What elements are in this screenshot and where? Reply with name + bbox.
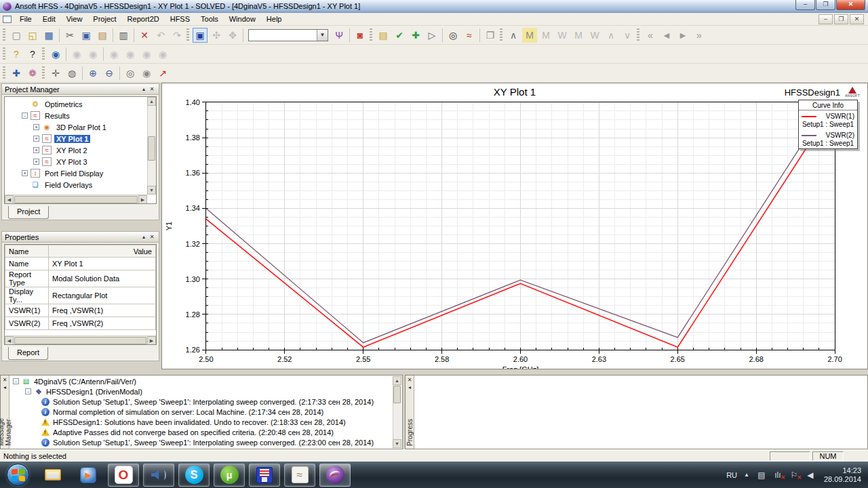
create-report-icon[interactable]: ≈ [462, 28, 477, 43]
menu-tools[interactable]: Tools [195, 14, 224, 24]
marker-up-icon[interactable]: ∧ [604, 28, 618, 43]
backup-tool-icon[interactable] [249, 464, 280, 487]
analyze-all-icon[interactable]: ✚ [408, 28, 423, 43]
hidden-icons-chevron[interactable]: ▲ [744, 472, 749, 478]
info-message[interactable]: iNormal completion of simulation on serv… [10, 407, 393, 417]
redo-icon[interactable]: ↷ [170, 28, 184, 43]
scroll-down-icon[interactable]: ▼ [147, 186, 156, 195]
tree-expander-icon[interactable]: - [22, 113, 28, 119]
next-page-icon[interactable]: ► [675, 28, 690, 43]
menu-window[interactable]: Window [224, 14, 261, 24]
new-icon[interactable]: ▢ [9, 28, 24, 43]
show-selection-icon[interactable]: ◉ [85, 47, 100, 62]
warning-message[interactable]: HFSSDesign1: Solutions have been invalid… [10, 417, 393, 427]
tree-expander-icon[interactable]: + [33, 136, 39, 142]
scroll-up-icon[interactable]: ▲ [393, 376, 401, 385]
properties-hscrollbar[interactable]: ◀ ▶ [5, 336, 156, 344]
tree-expander-icon[interactable]: + [33, 147, 39, 153]
curve-info-legend[interactable]: Curve Info VSWR(1)Setup1 : Sweep1VSWR(2)… [798, 100, 858, 149]
toolbar-grip[interactable] [42, 66, 45, 80]
project-manager-header[interactable]: Project Manager ▴ ✕ [2, 84, 159, 95]
skype-icon[interactable]: S [178, 464, 210, 487]
property-value[interactable]: Rectangular Plot [49, 287, 156, 304]
select-face-icon[interactable]: ✣ [209, 28, 224, 43]
property-value[interactable]: Modal Solution Data [49, 270, 156, 287]
toolbar-grip[interactable] [370, 28, 372, 42]
last-page-icon[interactable]: » [692, 28, 707, 43]
property-row[interactable]: NameXY Plot 1 [5, 258, 156, 270]
vscroll-thumb[interactable] [148, 136, 155, 161]
tree-item-xy-plot-1[interactable]: +≈XY Plot 1 [6, 133, 156, 144]
material-combobox[interactable]: ▼ [248, 29, 328, 41]
prev-page-icon[interactable]: ◄ [659, 28, 674, 43]
property-row[interactable]: VSWR(2)Freq ,VSWR(2) [5, 317, 156, 330]
project-tab[interactable]: Project [8, 206, 49, 219]
vscroll-thumb[interactable] [393, 386, 401, 403]
dock-collapse-icon[interactable]: ◂ [3, 384, 6, 392]
tree-item-field-overlays[interactable]: +❏Field Overlays [6, 179, 156, 190]
menu-project[interactable]: Project [87, 14, 121, 24]
zoom-results-icon[interactable]: ◎ [446, 28, 460, 43]
menu-report2d[interactable]: Report2D [122, 14, 165, 24]
tree-item-optimetrics[interactable]: +❂Optimetrics [6, 98, 156, 110]
property-row[interactable]: VSWR(1)Freq ,VSWR(1) [5, 304, 156, 317]
orient-axes-icon[interactable]: ↗ [155, 66, 170, 81]
toolbar-grip[interactable] [3, 28, 5, 42]
legend-entry[interactable]: VSWR(2)Setup1 : Sweep1 [799, 129, 857, 148]
report-tab[interactable]: Report [8, 347, 48, 360]
marker-valley-icon[interactable]: W [555, 28, 570, 43]
restore-button[interactable]: ❐ [816, 0, 835, 10]
cut-icon[interactable]: ✂ [62, 28, 77, 43]
project-tree-hscrollbar[interactable]: ◀ ▶ [5, 195, 147, 203]
property-value[interactable]: XY Plot 1 [49, 258, 156, 270]
scroll-right-icon[interactable]: ▶ [147, 336, 156, 345]
undo-icon[interactable]: ↶ [153, 28, 168, 43]
info-message[interactable]: iSolution Setup 'Setup1', Sweep 'Sweep1'… [10, 437, 393, 447]
zoom-out-icon[interactable]: ⊖ [102, 66, 117, 81]
marker-min-icon[interactable]: M [538, 28, 553, 43]
action-center-icon[interactable]: ⚐✕ [789, 470, 800, 480]
help-icon[interactable]: ? [9, 47, 24, 62]
tree-expander-icon[interactable]: + [22, 170, 28, 176]
fit-view-icon[interactable]: ◉ [139, 66, 154, 81]
tree-expander-icon[interactable]: - [25, 388, 31, 394]
volume-mixer-icon[interactable] [143, 464, 174, 487]
delete-icon[interactable]: ✕ [137, 28, 152, 43]
save-icon[interactable]: ▦ [41, 28, 56, 43]
menu-help[interactable]: Help [261, 14, 288, 24]
taskbar-clock[interactable]: 14:23 28.09.2014 [824, 466, 861, 484]
hide-selection-icon[interactable]: ◉ [69, 47, 84, 62]
coordinate-system-icon[interactable]: ✚ [9, 66, 24, 81]
model-tree-icon[interactable]: Ψ [332, 28, 347, 43]
open-icon[interactable]: ◱ [25, 28, 40, 43]
scroll-left-icon[interactable]: ◀ [5, 195, 14, 204]
menu-file[interactable]: File [14, 14, 37, 24]
minimize-button[interactable]: – [795, 0, 815, 10]
toolbar-grip[interactable] [3, 66, 5, 80]
paste-icon[interactable]: ▤ [95, 28, 110, 43]
media-player-icon[interactable]: ▶ [73, 464, 104, 487]
tree-expander-icon[interactable]: - [13, 378, 19, 384]
tray-app-icon[interactable]: ▤ [756, 470, 767, 480]
design-tool-icon[interactable]: ≈ [284, 464, 315, 487]
hide-edges-icon[interactable]: ◉ [139, 47, 154, 62]
mdi-minimize-button[interactable]: – [818, 14, 833, 24]
panel-collapse-icon[interactable]: ▴ [140, 86, 148, 92]
marker-down-icon[interactable]: ∨ [620, 28, 635, 43]
warning-message[interactable]: Adaptive Passes did not converge based o… [10, 427, 393, 437]
plane-view-icon[interactable]: ❁ [25, 66, 40, 81]
dock-close-icon[interactable]: ✕ [3, 377, 7, 384]
hscroll-thumb[interactable] [14, 337, 146, 344]
menu-view[interactable]: View [61, 14, 88, 24]
property-row[interactable]: Report TypeModal Solution Data [5, 270, 156, 287]
solution-setup-icon[interactable]: ▤ [376, 28, 391, 43]
select-object-icon[interactable]: ▣ [193, 28, 208, 43]
rotate-view-icon[interactable]: ◍ [64, 66, 79, 81]
marker-valley2-icon[interactable]: W [587, 28, 602, 43]
tree-item-port-field-display[interactable]: +↕Port Field Display [6, 167, 156, 179]
explorer-icon[interactable] [37, 464, 68, 487]
print-icon[interactable]: ▥ [116, 28, 131, 43]
tree-item-3d-polar-plot-1[interactable]: +◉3D Polar Plot 1 [6, 121, 156, 133]
combo-dropdown-icon[interactable]: ▼ [317, 30, 328, 41]
dock-collapse-icon[interactable]: ◂ [408, 384, 411, 392]
